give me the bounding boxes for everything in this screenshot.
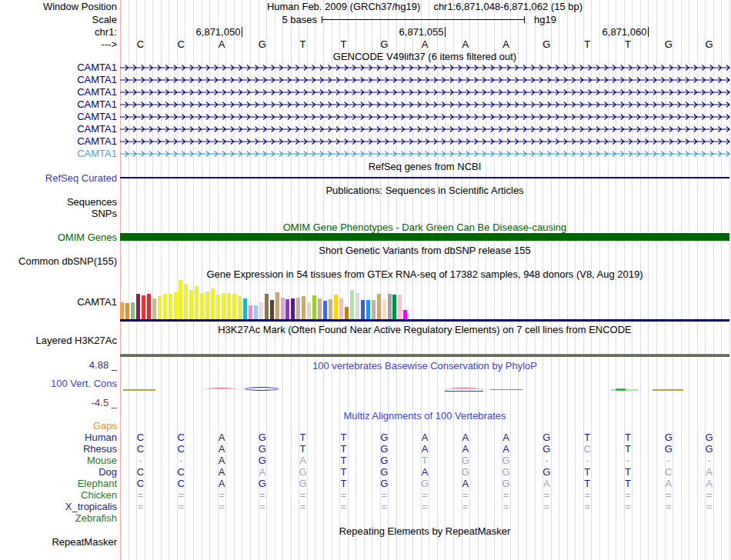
gtex-bar[interactable] bbox=[339, 298, 343, 319]
gtex-gene-label[interactable]: CAMTA1 bbox=[77, 297, 117, 307]
gtex-bar[interactable] bbox=[142, 295, 145, 319]
multiz-species-label[interactable]: Elephant bbox=[78, 478, 117, 488]
gtex-bar[interactable] bbox=[179, 280, 182, 319]
ruler-tick-label: 6,871,060 bbox=[602, 27, 647, 37]
gtex-bar[interactable] bbox=[174, 292, 178, 319]
refseq-curated-line[interactable] bbox=[120, 177, 729, 178]
gtex-bar[interactable] bbox=[216, 295, 220, 319]
gtex-bar[interactable] bbox=[131, 302, 135, 319]
transcript-row[interactable] bbox=[120, 88, 730, 97]
gtex-bar[interactable] bbox=[382, 299, 386, 319]
gtex-bar[interactable] bbox=[307, 302, 311, 319]
gtex-bar[interactable] bbox=[281, 298, 285, 319]
gtex-bar[interactable] bbox=[254, 305, 258, 319]
gtex-bar[interactable] bbox=[270, 300, 274, 319]
multiz-cell: G bbox=[364, 478, 405, 489]
gtex-bar[interactable] bbox=[392, 295, 396, 319]
gtex-bar[interactable] bbox=[163, 294, 167, 319]
multiz-species-label[interactable]: Mouse bbox=[87, 455, 117, 465]
h3k27ac-label[interactable]: Layered H3K27Ac bbox=[35, 335, 117, 345]
multiz-species-label[interactable]: Human bbox=[85, 432, 117, 442]
transcript-row[interactable] bbox=[120, 149, 730, 158]
gtex-bar[interactable] bbox=[312, 295, 316, 319]
base-letter: C bbox=[161, 39, 202, 49]
gtex-bar[interactable] bbox=[323, 301, 327, 319]
transcript-row[interactable] bbox=[120, 125, 730, 134]
multiz-species-label[interactable]: Chicken bbox=[81, 490, 117, 500]
refseq-curated-label[interactable]: RefSeq Curated bbox=[45, 173, 117, 183]
gtex-bar[interactable] bbox=[232, 294, 236, 319]
scale-bar-left-tick bbox=[322, 16, 322, 23]
gtex-bar[interactable] bbox=[136, 294, 140, 319]
gtex-bar[interactable] bbox=[361, 300, 365, 319]
transcript-label[interactable]: CAMTA1 bbox=[77, 124, 117, 134]
gtex-bar[interactable] bbox=[355, 293, 359, 319]
gtex-bar[interactable] bbox=[259, 302, 263, 319]
transcript-row[interactable] bbox=[120, 137, 730, 146]
transcript-row[interactable] bbox=[120, 63, 730, 72]
gtex-bar[interactable] bbox=[275, 292, 279, 319]
dbsnp-label[interactable]: Common dbSNP(155) bbox=[18, 256, 117, 266]
gtex-bar[interactable] bbox=[350, 290, 354, 319]
transcript-label[interactable]: CAMTA1 bbox=[77, 148, 117, 158]
gtex-bar[interactable] bbox=[238, 296, 242, 319]
gtex-bar[interactable] bbox=[169, 294, 172, 319]
multiz-species-label[interactable]: Gaps bbox=[93, 421, 117, 431]
conservation-mark bbox=[203, 388, 239, 392]
gtex-bar[interactable] bbox=[120, 302, 124, 319]
gtex-bar[interactable] bbox=[388, 294, 392, 319]
gtex-bar[interactable] bbox=[243, 298, 247, 319]
repeatmasker-label[interactable]: RepeatMasker bbox=[52, 537, 117, 547]
gtex-bar[interactable] bbox=[184, 284, 188, 319]
multiz-cell: G bbox=[242, 455, 282, 466]
multiz-species-label[interactable]: Dog bbox=[98, 467, 117, 477]
transcript-row[interactable] bbox=[120, 100, 730, 109]
transcript-row[interactable] bbox=[120, 112, 730, 122]
gtex-bar[interactable] bbox=[334, 295, 338, 319]
omim-genes-bar[interactable] bbox=[120, 233, 729, 241]
multiz-species-label[interactable]: Rhesus bbox=[83, 444, 117, 454]
transcript-row[interactable] bbox=[120, 75, 730, 85]
snps-label[interactable]: SNPs bbox=[92, 208, 117, 218]
gtex-bar[interactable] bbox=[285, 299, 289, 319]
multiz-species-label[interactable]: Zebrafish bbox=[75, 513, 117, 523]
transcript-label[interactable]: CAMTA1 bbox=[77, 99, 117, 109]
gtex-bar[interactable] bbox=[147, 294, 151, 319]
gtex-bar[interactable] bbox=[291, 298, 295, 319]
sequences-label[interactable]: Sequences bbox=[67, 197, 117, 207]
gtex-bar[interactable] bbox=[200, 293, 204, 319]
gtex-bar[interactable] bbox=[302, 296, 305, 319]
transcript-label[interactable]: CAMTA1 bbox=[77, 87, 117, 97]
gtex-bar[interactable] bbox=[372, 300, 376, 319]
gtex-bar[interactable] bbox=[329, 299, 332, 319]
gtex-bar[interactable] bbox=[398, 295, 402, 319]
gtex-bar[interactable] bbox=[318, 298, 322, 319]
gtex-bar[interactable] bbox=[195, 286, 199, 319]
transcript-label[interactable]: CAMTA1 bbox=[77, 75, 117, 85]
multiz-cell: = bbox=[202, 490, 242, 501]
gtex-bar[interactable] bbox=[227, 293, 231, 319]
base-letter: A bbox=[445, 39, 486, 49]
gtex-bar[interactable] bbox=[249, 305, 252, 319]
gtex-bar[interactable] bbox=[189, 290, 193, 319]
gtex-bar[interactable] bbox=[205, 292, 209, 319]
gtex-bar[interactable] bbox=[366, 300, 370, 319]
gtex-bar[interactable] bbox=[222, 293, 225, 319]
transcript-label[interactable]: CAMTA1 bbox=[77, 112, 117, 122]
gtex-bar[interactable] bbox=[265, 294, 269, 319]
gtex-bar[interactable] bbox=[377, 294, 381, 319]
multiz-cell: G bbox=[364, 444, 405, 455]
gtex-bar[interactable] bbox=[403, 310, 407, 319]
gtex-bar[interactable] bbox=[296, 298, 300, 319]
omim-genes-label[interactable]: OMIM Genes bbox=[58, 232, 117, 242]
phylop-label[interactable]: 100 Vert. Cons bbox=[51, 378, 117, 388]
multiz-species-label[interactable]: X_tropicalis bbox=[65, 502, 117, 512]
gtex-bar[interactable] bbox=[152, 298, 156, 319]
gtex-bar[interactable] bbox=[345, 307, 349, 319]
gtex-bar[interactable] bbox=[211, 288, 215, 319]
gtex-bar[interactable] bbox=[158, 296, 162, 319]
transcript-label[interactable]: CAMTA1 bbox=[77, 136, 117, 146]
dbsnp-title: Short Genetic Variants from dbSNP releas… bbox=[120, 245, 729, 255]
transcript-label[interactable]: CAMTA1 bbox=[77, 62, 117, 72]
gtex-bar[interactable] bbox=[125, 303, 129, 319]
